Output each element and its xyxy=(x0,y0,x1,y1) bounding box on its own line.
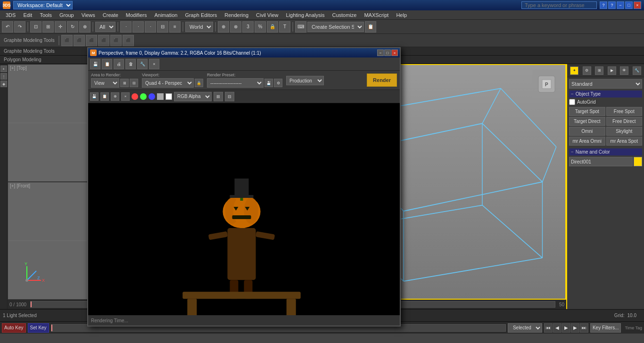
omni-btn[interactable]: Omni xyxy=(569,127,605,136)
chan-blue[interactable] xyxy=(149,93,155,100)
rotate-btn[interactable]: ↻ xyxy=(67,21,78,33)
rp-tab-modify[interactable]: ⚙ xyxy=(583,66,591,75)
menu-help[interactable]: Help xyxy=(392,11,411,19)
undo-btn[interactable]: ↶ xyxy=(2,21,13,33)
menu-maxscript[interactable]: MAXScript xyxy=(360,11,392,19)
rp-tab-hierarchy[interactable]: ⊞ xyxy=(595,66,603,75)
ch-btn4[interactable]: × xyxy=(121,92,130,101)
menu-3ds[interactable]: 3DS xyxy=(2,11,19,19)
rp-tab-motion[interactable]: ▶ xyxy=(608,66,616,75)
skylight-btn[interactable]: Skylight xyxy=(606,127,643,136)
menu-civil-view[interactable]: Civil View xyxy=(252,11,282,19)
menu-modifiers[interactable]: Modifiers xyxy=(122,11,151,19)
named-sel-btn[interactable]: 📋 xyxy=(365,21,376,33)
ch-save-btn[interactable]: 💾 xyxy=(90,92,99,101)
free-spot-btn[interactable]: Free Spot xyxy=(606,107,643,116)
key-filters-btn[interactable]: Key Filters... xyxy=(590,323,621,333)
menu-tools[interactable]: Tools xyxy=(36,11,56,19)
vp-lock-btn[interactable]: 🔒 xyxy=(195,79,203,87)
channel-dropdown[interactable]: RGB Alpha xyxy=(174,92,212,101)
chan-white[interactable] xyxy=(165,93,172,100)
chan-green[interactable] xyxy=(140,93,147,100)
minimize2-button[interactable]: − xyxy=(617,1,624,9)
ls-btn1[interactable]: + xyxy=(0,65,7,72)
object-type-header[interactable]: Object Type xyxy=(569,90,642,98)
rp-tab-display[interactable]: 👁 xyxy=(620,66,628,75)
workspace-dropdown[interactable]: Workspace: Default xyxy=(13,1,73,9)
world-dropdown[interactable]: World xyxy=(185,22,213,32)
name-color-header[interactable]: Name and Color xyxy=(569,148,642,155)
filter-dropdown[interactable]: All xyxy=(95,22,116,32)
rd-close2-btn[interactable]: × xyxy=(149,59,159,69)
menu-edit[interactable]: Edit xyxy=(19,11,36,19)
viewport-dropdown[interactable]: Quad 4 - Perspec xyxy=(142,78,194,88)
go-end-btn[interactable]: ⏭ xyxy=(580,323,588,333)
menu-animation[interactable]: Animation xyxy=(150,11,181,19)
redo-btn[interactable]: ↷ xyxy=(14,21,25,33)
ch-btn3[interactable]: ⊕ xyxy=(111,92,119,101)
gfx-btn2[interactable]: ⬛ xyxy=(74,35,85,46)
snap2-btn[interactable]: ⋅ xyxy=(132,21,144,33)
gfx-btn5[interactable]: ⬛ xyxy=(110,35,122,46)
chan-gray[interactable] xyxy=(157,93,164,100)
lock-btn[interactable]: 🔒 xyxy=(267,21,278,33)
rd-print-btn[interactable]: 🖨 xyxy=(114,59,124,69)
preset-cfg-btn[interactable]: ⚙ xyxy=(274,79,282,87)
area-btn1[interactable]: ⊞ xyxy=(120,79,129,87)
area-btn2[interactable]: ⊟ xyxy=(130,79,138,87)
gfx-btn4[interactable]: ⬛ xyxy=(98,35,109,46)
mr-area-spot-btn[interactable]: mr Area Spot xyxy=(606,137,643,146)
production-dropdown[interactable]: Production xyxy=(286,76,324,85)
ls-btn2[interactable]: ⋮ xyxy=(0,73,7,80)
align-btn[interactable]: ≡ xyxy=(169,21,181,33)
rd-maximize-btn[interactable]: □ xyxy=(384,49,391,56)
create-sel-dropdown[interactable]: Create Selection Se xyxy=(307,22,364,32)
gfx-btn1[interactable]: ⬛ xyxy=(61,35,73,46)
preset-dropdown[interactable]: -------------------- xyxy=(207,78,264,88)
render-button[interactable]: Render xyxy=(367,74,397,87)
rd-tool-btn[interactable]: 🔧 xyxy=(137,59,148,69)
select-region-btn[interactable]: ⊞ xyxy=(42,21,54,33)
snap3-btn[interactable]: ⋅ xyxy=(145,21,156,33)
ch-show-btn[interactable]: ⊟ xyxy=(225,92,234,101)
object-name-input[interactable] xyxy=(569,157,633,166)
area-dropdown[interactable]: View xyxy=(91,78,119,88)
menu-views[interactable]: Views xyxy=(78,11,99,19)
snap-btn[interactable]: ⋅ xyxy=(120,21,132,33)
preset-save-btn[interactable]: 💾 xyxy=(264,79,273,87)
mirror-btn[interactable]: ⊟ xyxy=(157,21,168,33)
type-btn[interactable]: T xyxy=(279,21,290,33)
rd-close-btn[interactable]: × xyxy=(391,49,398,56)
percent-btn[interactable]: % xyxy=(255,21,266,33)
kbd-btn[interactable]: ⌨ xyxy=(295,21,306,33)
xyz2-btn[interactable]: ⊗ xyxy=(230,21,241,33)
num1-btn[interactable]: 3 xyxy=(242,21,254,33)
prev-frame-btn[interactable]: ◀ xyxy=(553,323,561,333)
maximize-button[interactable]: □ xyxy=(625,1,633,9)
menu-lighting[interactable]: Lighting Analysis xyxy=(282,11,329,19)
selected-dropdown[interactable]: Selected xyxy=(508,323,542,333)
rd-save-btn[interactable]: 💾 xyxy=(90,59,100,69)
play-btn[interactable]: ▶ xyxy=(562,323,570,333)
move-btn[interactable]: ✛ xyxy=(55,21,66,33)
menu-group[interactable]: Group xyxy=(56,11,78,19)
scale-btn[interactable]: ⊕ xyxy=(79,21,91,33)
search-input[interactable] xyxy=(521,1,597,9)
target-spot-btn[interactable]: Target Spot xyxy=(569,107,605,116)
rd-minimize-btn[interactable]: − xyxy=(377,49,384,56)
menu-customize[interactable]: Customize xyxy=(328,11,360,19)
auto-key-btn[interactable]: Auto Key xyxy=(2,323,26,333)
xyz-btn[interactable]: ⊕ xyxy=(218,21,229,33)
menu-create[interactable]: Create xyxy=(99,11,122,19)
rd-copy-btn[interactable]: 📋 xyxy=(102,59,112,69)
menu-graph-editors[interactable]: Graph Editors xyxy=(181,11,221,19)
autogrid-checkbox[interactable] xyxy=(569,99,575,105)
menu-rendering[interactable]: Rendering xyxy=(221,11,252,19)
target-direct-btn[interactable]: Target Direct xyxy=(569,117,605,126)
rp-tab-utilities[interactable]: 🔧 xyxy=(633,66,641,75)
object-category-dropdown[interactable]: Standard xyxy=(569,79,642,89)
close-button[interactable]: × xyxy=(634,1,641,9)
color-swatch[interactable] xyxy=(634,157,642,166)
chan-red[interactable] xyxy=(132,93,138,100)
go-start-btn[interactable]: ⏮ xyxy=(544,323,553,333)
